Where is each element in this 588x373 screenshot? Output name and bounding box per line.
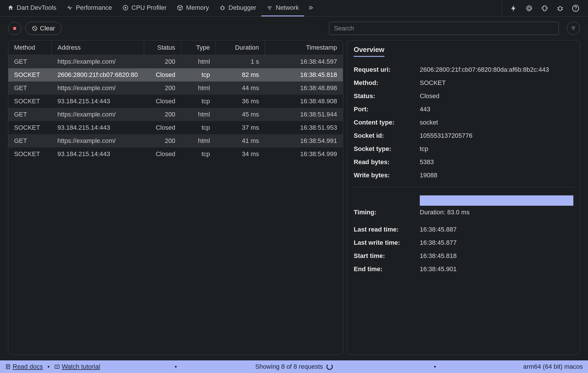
cell-duration: 82 ms <box>216 68 265 81</box>
separator: • <box>175 363 177 370</box>
cell-type: tcp <box>181 147 216 161</box>
cell-address: https://example.com/ <box>52 134 144 147</box>
table-row[interactable]: SOCKET93.184.215.14:443Closedtcp37 ms16:… <box>8 121 343 134</box>
cell-address: 2606:2800:21f:cb07:6820:80 <box>52 68 144 81</box>
tab-overflow[interactable] <box>304 0 317 16</box>
table-header-row: Method Address Status Type Duration Time… <box>8 40 343 55</box>
col-address[interactable]: Address <box>52 40 144 55</box>
record-button[interactable] <box>8 22 21 35</box>
bug-icon <box>219 5 226 11</box>
cell-type: tcp <box>181 68 216 81</box>
tab-label: Dart DevTools <box>17 4 56 11</box>
separator: • <box>434 363 436 370</box>
label-last-read-time: Last read time: <box>354 226 414 233</box>
label-timing: Timing: <box>354 209 414 216</box>
table-row[interactable]: SOCKET93.184.215.14:443Closedtcp34 ms16:… <box>8 147 343 161</box>
cube-icon <box>177 5 183 11</box>
col-status[interactable]: Status <box>144 40 181 55</box>
value-content-type: socket <box>420 119 573 126</box>
col-method[interactable]: Method <box>8 40 52 55</box>
requests-table: Method Address Status Type Duration Time… <box>8 40 343 161</box>
col-timestamp[interactable]: Timestamp <box>265 40 343 55</box>
cell-duration: 1 s <box>216 55 265 69</box>
request-details-panel: Overview Request uri:2606:2800:21f:cb07:… <box>347 40 580 355</box>
requests-table-panel: Method Address Status Type Duration Time… <box>8 40 343 355</box>
col-duration[interactable]: Duration <box>216 40 265 55</box>
search-input[interactable] <box>329 22 559 35</box>
label-last-write-time: Last write time: <box>354 239 414 246</box>
cell-duration: 41 ms <box>216 134 265 147</box>
table-row[interactable]: SOCKET93.184.215.14:443Closedtcp36 ms16:… <box>8 95 343 108</box>
svg-point-1 <box>125 7 126 9</box>
gear-icon[interactable] <box>525 5 533 12</box>
separator: • <box>47 363 50 370</box>
cell-timestamp: 16:38:44.597 <box>265 55 343 69</box>
statusbar: Read docs • Watch tutorial • Showing 8 o… <box>0 360 588 373</box>
table-row[interactable]: GEThttps://example.com/200html45 ms16:38… <box>8 108 343 121</box>
cell-status: Closed <box>144 121 181 134</box>
cell-type: html <box>181 108 216 121</box>
svg-point-3 <box>269 9 270 10</box>
cell-duration: 44 ms <box>216 81 265 95</box>
cell-type: html <box>181 134 216 147</box>
tab-label: Performance <box>76 4 112 11</box>
bug-report-icon[interactable] <box>556 5 564 12</box>
stop-icon <box>13 27 16 30</box>
extension-icon[interactable] <box>541 5 548 12</box>
filter-button[interactable] <box>567 22 580 35</box>
tab-label: CPU Profiler <box>131 4 167 11</box>
top-nav: Dart DevTools Performance CPU Profiler M… <box>0 0 588 17</box>
cell-timestamp: 16:38:45.818 <box>265 68 343 81</box>
cell-timestamp: 16:38:48.898 <box>265 81 343 95</box>
cell-status: 200 <box>144 55 181 69</box>
filter-icon <box>570 26 576 31</box>
spinner-icon <box>326 364 333 370</box>
cell-type: html <box>181 81 216 95</box>
value-port: 443 <box>420 106 573 113</box>
cell-type: tcp <box>181 121 216 134</box>
bolt-icon[interactable] <box>510 5 517 12</box>
wifi-icon <box>266 5 273 11</box>
label-method: Method: <box>354 79 414 87</box>
platform-info: arm64 (64 bit) macos <box>523 363 583 370</box>
tab-memory[interactable]: Memory <box>172 0 214 16</box>
tab-dart-devtools[interactable]: Dart DevTools <box>2 0 61 16</box>
table-row[interactable]: GEThttps://example.com/200html44 ms16:38… <box>8 81 343 95</box>
label-status: Status: <box>354 92 414 100</box>
label-request-uri: Request uri: <box>354 66 414 73</box>
label-write-bytes: Write bytes: <box>354 172 414 179</box>
cell-status: Closed <box>144 95 181 108</box>
clear-button[interactable]: Clear <box>25 22 62 35</box>
table-row[interactable]: GEThttps://example.com/200html1 s16:38:4… <box>8 55 343 69</box>
table-row[interactable]: SOCKET2606:2800:21f:cb07:6820:80Closedtc… <box>8 68 343 81</box>
tab-performance[interactable]: Performance <box>61 0 117 16</box>
tab-label: Debugger <box>229 4 256 11</box>
value-read-bytes: 5383 <box>420 158 573 166</box>
cell-method: GET <box>8 108 52 121</box>
cell-status: 200 <box>144 108 181 121</box>
read-docs-link[interactable]: Read docs <box>13 363 43 370</box>
col-type[interactable]: Type <box>181 40 216 55</box>
cell-address: 93.184.215.14:443 <box>52 95 144 108</box>
value-method: SOCKET <box>420 79 573 87</box>
cell-timestamp: 16:38:54.999 <box>265 147 343 161</box>
request-count: Showing 8 of 8 requests <box>255 363 323 370</box>
details-tab-overview[interactable]: Overview <box>354 46 384 57</box>
watch-tutorial-link[interactable]: Watch tutorial <box>62 363 100 370</box>
cell-method: SOCKET <box>8 147 52 161</box>
top-nav-actions <box>502 0 586 16</box>
play-icon <box>54 364 60 370</box>
help-icon[interactable] <box>572 5 579 12</box>
cell-method: GET <box>8 81 52 95</box>
cell-duration: 36 ms <box>216 95 265 108</box>
label-end-time: End time: <box>354 265 414 273</box>
cell-address: 93.184.215.14:443 <box>52 121 144 134</box>
value-last-read-time: 16:38:45.887 <box>420 226 573 233</box>
value-last-write-time: 16:38:45.877 <box>420 239 573 246</box>
tab-cpu-profiler[interactable]: CPU Profiler <box>117 0 172 16</box>
cell-status: 200 <box>144 134 181 147</box>
table-row[interactable]: GEThttps://example.com/200html41 ms16:38… <box>8 134 343 147</box>
cell-status: Closed <box>144 68 181 81</box>
tab-debugger[interactable]: Debugger <box>214 0 262 16</box>
tab-network[interactable]: Network <box>261 0 304 16</box>
